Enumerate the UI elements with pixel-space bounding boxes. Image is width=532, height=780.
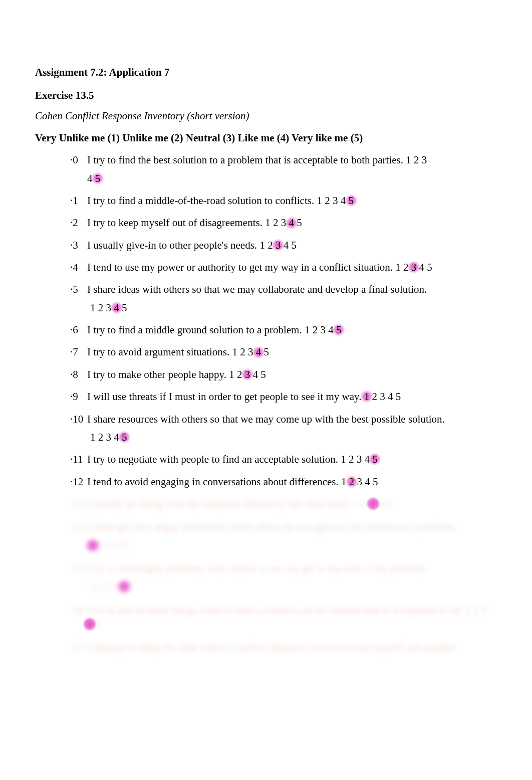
rating-option[interactable]: 2 [414,154,419,166]
item-body: I try to avoid argument situations. 1 2 … [87,345,487,359]
rating-option[interactable]: 5 [291,239,297,251]
blurred-rating-text: 4 5 [376,498,392,510]
question-item: ·2I try to keep myself out of disagreeme… [70,216,487,230]
rating-option[interactable]: 5 [297,217,302,229]
question-item: ·6I try to find a middle ground solution… [70,323,487,337]
rating-option[interactable]: 1 [265,217,271,229]
blurred-rating-text: 1 2 [355,498,371,510]
rating-option[interactable]: 4 [289,217,294,229]
rating-option[interactable]: 3 [276,239,281,251]
rating-option[interactable]: 4 [256,346,261,358]
item-text: I try to keep myself out of disagreement… [87,217,262,229]
rating-option[interactable]: 3 [422,154,427,166]
rating-option[interactable]: 3 [245,368,250,380]
item-body: I tend to avoid engaging in conversation… [87,475,487,489]
rating-option[interactable]: 4 [114,302,119,314]
rating-option[interactable]: 2 [325,194,330,207]
rating-option[interactable]: 1 [341,476,347,488]
rating-option[interactable]: 2 [273,217,279,229]
item-number: ·11 [70,452,87,466]
rating-option[interactable]: 1 [259,239,265,251]
highlight-icon: 4 [114,301,119,315]
question-item: ·3I usually give-in to other people's ne… [70,238,487,252]
rating-option[interactable]: 3 [106,302,112,314]
blurred-item-number: ·15 [70,561,87,575]
rating-option[interactable]: 1 [229,368,234,380]
rating-option[interactable]: 1 [90,302,96,314]
rating-option[interactable]: 3 [281,217,287,229]
item-text: I share resources with others so that we… [87,413,445,425]
rating-option[interactable]: 3 [411,261,417,273]
rating-option[interactable]: 4 [328,324,334,336]
rating-option[interactable]: 5 [372,453,378,465]
rating-option[interactable]: 3 [106,431,112,443]
rating-option[interactable]: 3 [333,194,338,207]
rating-option[interactable]: 1 [341,453,346,465]
blurred-item-number: ·14 [70,520,87,534]
rating-option[interactable]: 4 [284,239,289,251]
question-item: ·0I try to find the best solution to a p… [70,153,487,185]
rating-option[interactable]: 3 [357,453,362,465]
rating-option[interactable]: 5 [264,346,270,358]
rating-option[interactable]: 4 [252,368,258,380]
rating-option[interactable]: 4 [364,453,370,465]
rating-option[interactable]: 5 [122,431,127,443]
rating-option[interactable]: 2 [372,391,377,403]
rating-options-wrapped: 4 5 [87,171,487,185]
scale-legend: Very Unlike me (1) Unlike me (2) Neutral… [35,131,497,145]
blurred-question-item: ·17I attempt to delay the time when a co… [70,640,487,654]
rating-option[interactable]: 1 [395,261,401,273]
rating-option[interactable]: 2 [268,239,273,251]
item-text: I try to find a middle ground solution t… [87,324,302,336]
rating-option[interactable]: 5 [95,172,101,184]
rating-option[interactable]: 1 [305,324,310,336]
blurred-question-item: ·16I try to put all other things aside s… [70,603,487,632]
rating-option[interactable]: 4 [341,194,346,207]
question-item: ·5I share ideas with others so that we m… [70,282,487,315]
rating-option[interactable]: 4 [114,431,119,443]
rating-option[interactable]: 5 [122,302,127,314]
rating-option[interactable]: 4 [365,476,370,488]
highlight-icon: 4 [87,617,93,631]
rating-option[interactable]: 5 [373,476,378,488]
rating-option[interactable]: 3 [380,391,385,403]
highlight-icon: 3 [371,497,376,511]
item-number: ·10 [70,412,87,426]
rating-option[interactable]: 5 [348,194,354,207]
item-body: I try to find a middle-of-the-road solut… [87,193,487,208]
rating-option[interactable]: 2 [403,261,409,273]
rating-option[interactable]: 1 [364,391,370,403]
item-body: I try to find a middle ground solution t… [87,323,487,337]
item-body: I try to find the best solution to a pro… [87,153,487,185]
rating-option[interactable]: 3 [248,346,253,358]
rating-option[interactable]: 1 [406,154,411,166]
rating-option[interactable]: 5 [260,368,266,380]
highlight-icon: 4 [289,216,294,230]
highlight-icon: 5 [122,430,127,444]
item-text: I try to find the best solution to a pro… [87,154,403,166]
rating-option[interactable]: 4 [87,172,93,184]
rating-option[interactable]: 5 [396,391,401,403]
rating-option[interactable]: 1 [317,194,322,207]
rating-option[interactable]: 2 [349,453,354,465]
assignment-title: Assignment 7.2: Application 7 [35,65,497,79]
rating-option[interactable]: 2 [237,368,242,380]
rating-option[interactable]: 3 [320,324,326,336]
item-text: I usually give-in to other people's need… [87,239,257,251]
item-body: I usually give-in to other people's need… [87,238,487,252]
rating-option[interactable]: 2 [240,346,245,358]
question-item: ·1I try to find a middle-of-the-road sol… [70,193,487,208]
rating-option[interactable]: 4 [419,261,425,273]
rating-option[interactable]: 4 [388,391,393,403]
rating-option[interactable]: 2 [349,476,355,488]
rating-option[interactable]: 1 [90,431,96,443]
rating-option[interactable]: 5 [427,261,432,273]
rating-option[interactable]: 2 [313,324,318,336]
highlight-icon: 1 [364,389,370,404]
rating-option[interactable]: 3 [357,476,362,488]
rating-option[interactable]: 5 [336,324,342,336]
rating-option[interactable]: 1 [232,346,238,358]
rating-option[interactable]: 2 [98,431,104,443]
rating-option[interactable]: 2 [98,302,104,314]
highlight-icon: 5 [348,193,354,208]
